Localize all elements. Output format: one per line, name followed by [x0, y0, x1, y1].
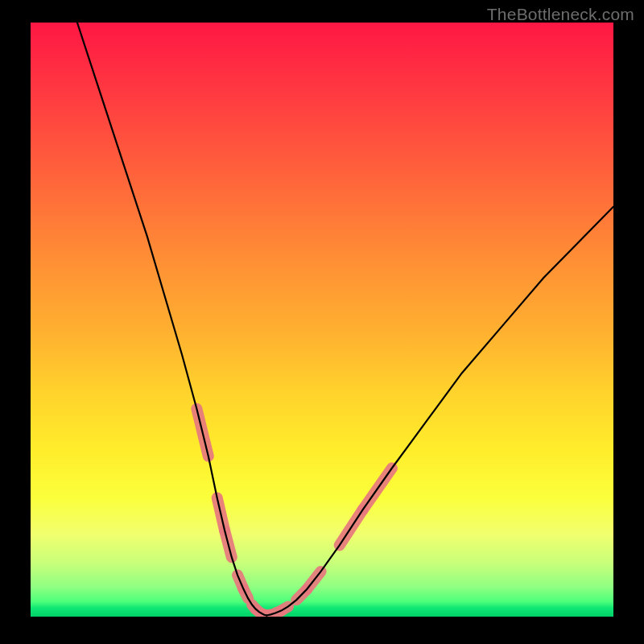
watermark-text: TheBottleneck.com	[487, 5, 634, 24]
chart-frame: TheBottleneck.com	[0, 0, 644, 644]
curve-left-curve	[77, 23, 266, 616]
curve-layer	[31, 23, 613, 617]
curve-right-curve	[266, 207, 613, 616]
highlight-segments	[196, 409, 392, 616]
plot-area	[31, 23, 613, 617]
